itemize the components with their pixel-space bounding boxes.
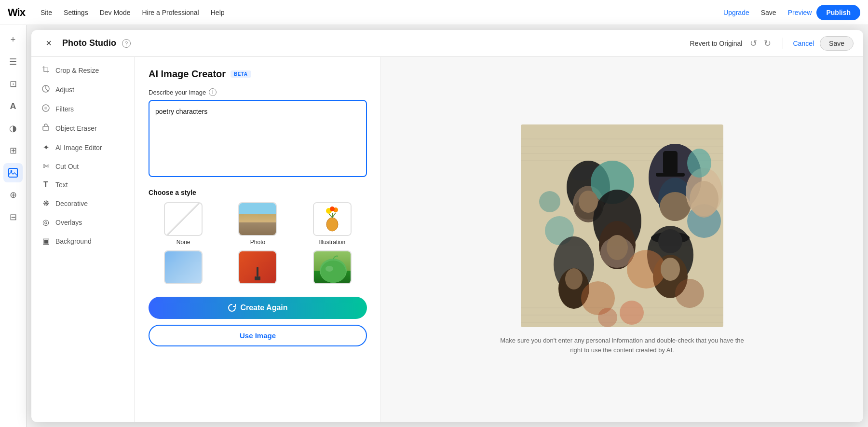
describe-label: Describe your image i — [149, 88, 367, 96]
sidebar-pages-icon[interactable]: ⊡ — [3, 74, 23, 94]
sidebar-menus-icon[interactable]: ☰ — [3, 52, 23, 71]
preview-button[interactable]: Preview — [788, 9, 812, 16]
center-panel: AI Image Creator BETA Describe your imag… — [135, 57, 381, 422]
modal-header: × Photo Studio ? Revert to Original ↺ ↻ … — [31, 30, 863, 57]
panel-text-label: Text — [55, 181, 68, 189]
style-illustration-label: Illustration — [319, 239, 345, 246]
beta-badge: BETA — [231, 70, 251, 78]
svg-point-17 — [321, 261, 346, 283]
panel-overlays[interactable]: ◎ Overlays — [31, 213, 135, 232]
undo-button[interactable]: ↺ — [748, 36, 759, 51]
svg-point-44 — [675, 279, 704, 308]
svg-line-13 — [332, 213, 336, 218]
svg-point-11 — [330, 207, 335, 211]
svg-point-4 — [44, 107, 47, 110]
style-5[interactable] — [223, 250, 292, 287]
svg-point-42 — [627, 250, 665, 289]
panel-adjust[interactable]: Adjust — [31, 80, 135, 99]
sidebar-media-icon[interactable] — [3, 163, 23, 182]
ai-image-svg — [521, 124, 723, 327]
cut-out-icon: ✄ — [41, 162, 51, 171]
ai-creator-title: AI Image Creator — [149, 69, 226, 80]
ai-generated-image — [521, 124, 723, 327]
top-nav: Wix Site Settings Dev Mode Hire a Profes… — [0, 0, 868, 25]
save-button[interactable]: Save — [754, 6, 783, 19]
panel-background[interactable]: ▣ Background — [31, 232, 135, 250]
modal-help-button[interactable]: ? — [122, 39, 131, 48]
use-image-button[interactable]: Use Image — [149, 325, 367, 346]
style-6-thumb — [313, 250, 352, 284]
style-illustration-thumb — [313, 202, 352, 236]
modal-title: Photo Studio — [62, 38, 116, 48]
style-none-thumb — [164, 202, 203, 236]
panel-adjust-label: Adjust — [55, 86, 74, 94]
create-again-button[interactable]: Create Again — [149, 297, 367, 319]
decorative-icon: ❋ — [41, 199, 51, 208]
style-4[interactable] — [149, 250, 218, 287]
overlays-icon: ◎ — [41, 218, 51, 227]
svg-point-48 — [579, 191, 598, 213]
right-panel: Make sure you don't enter any personal i… — [381, 57, 863, 422]
style-none[interactable]: None — [149, 202, 218, 246]
svg-point-61 — [598, 308, 617, 327]
nav-settings[interactable]: Settings — [64, 9, 88, 16]
style-5-thumb — [238, 250, 277, 284]
cancel-button[interactable]: Cancel — [793, 40, 814, 47]
panel-background-label: Background — [55, 237, 92, 245]
panel-crop-resize[interactable]: Crop & Resize — [31, 61, 135, 80]
undo-redo-controls: ↺ ↻ — [748, 36, 773, 51]
crop-resize-icon — [41, 66, 51, 75]
ai-disclaimer: Make sure you don't enter any personal i… — [497, 336, 747, 355]
panel-decorative[interactable]: ❋ Decorative — [31, 194, 135, 213]
style-6[interactable] — [298, 250, 367, 287]
text-icon: T — [41, 180, 51, 189]
nav-hire[interactable]: Hire a Professional — [142, 9, 199, 16]
svg-rect-14 — [257, 267, 258, 276]
nav-site[interactable]: Site — [41, 9, 52, 16]
panel-text[interactable]: T Text — [31, 176, 135, 194]
sidebar-bottom-icon[interactable]: ⊟ — [3, 207, 23, 227]
sidebar-layers-icon[interactable]: ⊕ — [3, 185, 23, 205]
sidebar-text-icon[interactable]: A — [3, 96, 23, 116]
ai-header: AI Image Creator BETA — [149, 69, 367, 80]
sidebar-themes-icon[interactable]: ◑ — [3, 119, 23, 138]
modal-save-button[interactable]: Save — [820, 36, 854, 51]
modal-body: Crop & Resize Adjust Filters — [31, 57, 863, 422]
background-icon: ▣ — [41, 236, 51, 246]
svg-point-23 — [660, 192, 691, 221]
svg-rect-15 — [255, 276, 260, 280]
panel-overlays-label: Overlays — [55, 219, 82, 226]
nav-devmode[interactable]: Dev Mode — [100, 9, 131, 16]
panel-crop-resize-label: Crop & Resize — [55, 67, 99, 74]
panel-filters-label: Filters — [55, 105, 74, 113]
describe-textarea[interactable]: poetry characters — [149, 100, 367, 177]
style-4-thumb — [164, 250, 203, 284]
revert-to-original-button[interactable]: Revert to Original — [690, 40, 743, 47]
panel-cut-out[interactable]: ✄ Cut Out — [31, 157, 135, 176]
style-illustration[interactable]: Illustration — [298, 202, 367, 246]
modal-close-button[interactable]: × — [41, 36, 56, 51]
sidebar-add-icon[interactable]: + — [3, 30, 23, 49]
wix-logo: Wix — [8, 6, 25, 19]
upgrade-button[interactable]: Upgrade — [723, 9, 749, 16]
redo-button[interactable]: ↻ — [762, 36, 773, 51]
svg-point-60 — [620, 301, 644, 325]
describe-info-icon[interactable]: i — [209, 88, 217, 96]
filters-icon — [41, 104, 51, 114]
sidebar-apps-icon[interactable]: ⊞ — [3, 141, 23, 160]
svg-line-12 — [329, 214, 332, 218]
panel-object-eraser[interactable]: Object Eraser — [31, 119, 135, 138]
panel-ai-image-editor[interactable]: ✦ AI Image Editor — [31, 138, 135, 157]
nav-help[interactable]: Help — [211, 9, 225, 16]
publish-button[interactable]: Publish — [816, 5, 860, 20]
panel-cut-out-label: Cut Out — [55, 163, 79, 170]
panel-decorative-label: Decorative — [55, 200, 88, 207]
svg-point-7 — [327, 221, 337, 231]
photo-studio-modal: × Photo Studio ? Revert to Original ↺ ↻ … — [31, 30, 863, 422]
create-again-icon — [228, 303, 236, 312]
style-photo-thumb — [238, 202, 277, 236]
panel-filters[interactable]: Filters — [31, 99, 135, 119]
svg-point-1 — [11, 170, 13, 172]
svg-point-18 — [326, 266, 333, 272]
style-photo[interactable]: Photo — [223, 202, 292, 246]
